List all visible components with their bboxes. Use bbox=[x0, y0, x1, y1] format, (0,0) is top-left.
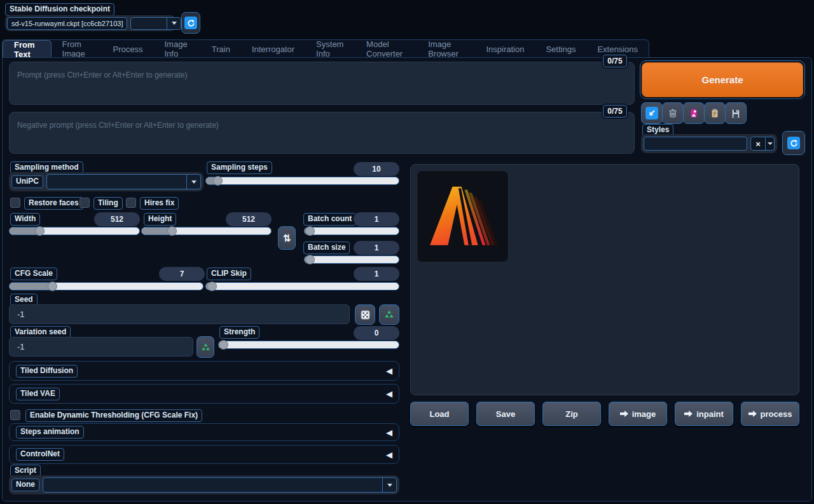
collapse-arrow-icon[interactable]: ◀ bbox=[386, 366, 392, 376]
floppy-disk-icon bbox=[731, 108, 741, 118]
apply-style-button[interactable] bbox=[704, 102, 726, 124]
tab-settings[interactable]: Settings bbox=[535, 40, 586, 58]
sampling-steps-slider[interactable] bbox=[205, 177, 399, 185]
batch-count-slider[interactable] bbox=[304, 227, 399, 235]
refresh-icon bbox=[184, 17, 197, 29]
arrow-right-icon bbox=[748, 411, 757, 417]
recycle-icon bbox=[201, 343, 210, 352]
tiling-label: Tiling bbox=[93, 197, 123, 210]
batch-count-value[interactable]: 1 bbox=[354, 212, 399, 226]
variation-seed-input[interactable]: -1 bbox=[9, 337, 193, 357]
card-icon bbox=[689, 108, 699, 118]
height-slider[interactable] bbox=[141, 227, 272, 235]
clip-skip-value[interactable]: 1 bbox=[354, 267, 399, 281]
chevron-down-icon[interactable] bbox=[186, 175, 200, 189]
negative-prompt-placeholder: Negative prompt (press Ctrl+Enter or Alt… bbox=[17, 121, 219, 130]
reuse-seed-button[interactable] bbox=[379, 304, 399, 325]
checkpoint-label: Stable Diffusion checkpoint bbox=[5, 3, 114, 16]
tab-from-image[interactable]: From Image bbox=[52, 40, 102, 58]
width-value[interactable]: 512 bbox=[94, 212, 140, 226]
load-button[interactable]: Load bbox=[410, 402, 469, 426]
recycle-icon bbox=[384, 310, 394, 320]
tab-interrogator[interactable]: Interrogator bbox=[241, 40, 305, 58]
sampling-method-dropdown[interactable]: UniPC bbox=[9, 172, 204, 191]
save-style-button[interactable] bbox=[725, 102, 747, 124]
controlnet-accordion[interactable]: ControlNet ◀ bbox=[9, 445, 399, 464]
hires-fix-checkbox[interactable] bbox=[126, 198, 136, 208]
tab-from-text[interactable]: From Text bbox=[3, 40, 52, 58]
zip-button[interactable]: Zip bbox=[542, 402, 601, 426]
checkpoint-select[interactable] bbox=[130, 17, 181, 30]
arrow-right-icon bbox=[620, 411, 628, 417]
batch-size-value[interactable]: 1 bbox=[354, 241, 399, 255]
clipboard-icon bbox=[710, 108, 720, 118]
tab-inspiration[interactable]: Inspiration bbox=[475, 40, 535, 58]
strength-slider[interactable] bbox=[218, 341, 399, 349]
cfg-scale-value[interactable]: 7 bbox=[159, 267, 205, 281]
gallery-thumbnail[interactable] bbox=[417, 170, 509, 262]
height-value[interactable]: 512 bbox=[226, 212, 272, 226]
script-value: None bbox=[11, 479, 39, 491]
sampling-method-value: UniPC bbox=[11, 175, 43, 188]
steps-animation-label: Steps animation bbox=[16, 426, 84, 439]
script-select[interactable] bbox=[43, 477, 397, 493]
clip-skip-slider[interactable] bbox=[205, 282, 399, 290]
send-to-process-button[interactable]: process bbox=[741, 402, 799, 426]
collapse-arrow-icon[interactable]: ◀ bbox=[386, 428, 392, 437]
script-dropdown[interactable]: None bbox=[9, 475, 399, 494]
tab-image-info[interactable]: Image Info bbox=[153, 40, 200, 58]
collapse-arrow-icon[interactable]: ◀ bbox=[386, 389, 392, 398]
reuse-variation-seed-button[interactable] bbox=[197, 336, 214, 358]
output-gallery bbox=[410, 164, 799, 395]
paste-params-button[interactable] bbox=[641, 102, 663, 124]
tab-system-info[interactable]: System Info bbox=[305, 40, 355, 58]
dice-icon bbox=[360, 310, 371, 320]
prompt-placeholder: Prompt (press Ctrl+Enter or Alt+Enter to… bbox=[17, 71, 187, 79]
tiling-checkbox[interactable] bbox=[79, 198, 90, 208]
clear-prompt-button[interactable] bbox=[662, 102, 684, 124]
extra-networks-button[interactable] bbox=[683, 102, 705, 124]
strength-label: Strength bbox=[219, 326, 259, 339]
tiled-vae-accordion[interactable]: Tiled VAE ◀ bbox=[9, 384, 399, 404]
controlnet-label: ControlNet bbox=[16, 448, 64, 461]
sampling-steps-label: Sampling steps bbox=[207, 161, 272, 174]
output-actions: Load Save Zip image inpaint process bbox=[410, 402, 799, 426]
swap-icon: ⇅ bbox=[283, 233, 291, 244]
refresh-checkpoints-button[interactable] bbox=[181, 12, 200, 34]
save-button[interactable]: Save bbox=[476, 402, 535, 426]
restore-faces-checkbox[interactable] bbox=[10, 198, 20, 208]
tab-image-browser[interactable]: Image Browser bbox=[417, 40, 475, 58]
tab-process[interactable]: Process bbox=[102, 40, 154, 58]
chevron-down-icon[interactable] bbox=[167, 18, 181, 29]
styles-input[interactable] bbox=[644, 137, 747, 151]
clear-styles-icon[interactable]: × bbox=[751, 139, 765, 149]
strength-value[interactable]: 0 bbox=[354, 326, 399, 340]
width-slider[interactable] bbox=[9, 227, 140, 235]
tab-model-converter[interactable]: Model Converter bbox=[355, 40, 417, 58]
negative-prompt-textarea[interactable]: Negative prompt (press Ctrl+Enter or Alt… bbox=[9, 112, 635, 154]
sampling-steps-value[interactable]: 10 bbox=[354, 162, 399, 176]
tab-train[interactable]: Train bbox=[201, 40, 241, 58]
checkpoint-value[interactable]: sd-v15-runwayml.ckpt [cc6cb27103] bbox=[7, 17, 127, 30]
dynamic-thresholding-label: Enable Dynamic Thresholding (CFG Scale F… bbox=[25, 409, 202, 422]
sampling-method-select[interactable] bbox=[46, 174, 201, 189]
prompt-textarea[interactable]: Prompt (press Ctrl+Enter or Alt+Enter to… bbox=[9, 62, 635, 105]
batch-size-slider[interactable] bbox=[304, 255, 399, 264]
arrow-down-left-icon bbox=[645, 107, 658, 119]
tiled-diffusion-accordion[interactable]: Tiled Diffusion ◀ bbox=[9, 361, 399, 381]
generate-button[interactable]: Generate bbox=[642, 62, 803, 97]
seed-input[interactable]: -1 bbox=[9, 304, 350, 324]
random-seed-button[interactable] bbox=[355, 304, 375, 325]
cfg-scale-slider[interactable] bbox=[9, 282, 204, 290]
send-to-inpaint-button[interactable]: inpaint bbox=[675, 402, 733, 426]
dynamic-thresholding-checkbox[interactable] bbox=[10, 410, 20, 420]
styles-chevron-down-icon[interactable] bbox=[765, 137, 774, 150]
refresh-styles-button[interactable] bbox=[782, 131, 805, 155]
tiled-diffusion-label: Tiled Diffusion bbox=[16, 365, 78, 378]
steps-animation-accordion[interactable]: Steps animation ◀ bbox=[9, 423, 399, 441]
collapse-arrow-icon[interactable]: ◀ bbox=[386, 450, 392, 460]
send-to-image-button[interactable]: image bbox=[609, 402, 667, 426]
stable-diffusion-webui: Stable Diffusion checkpoint sd-v15-runwa… bbox=[0, 0, 814, 504]
chevron-down-icon[interactable] bbox=[382, 478, 396, 492]
swap-dimensions-button[interactable]: ⇅ bbox=[278, 226, 296, 250]
